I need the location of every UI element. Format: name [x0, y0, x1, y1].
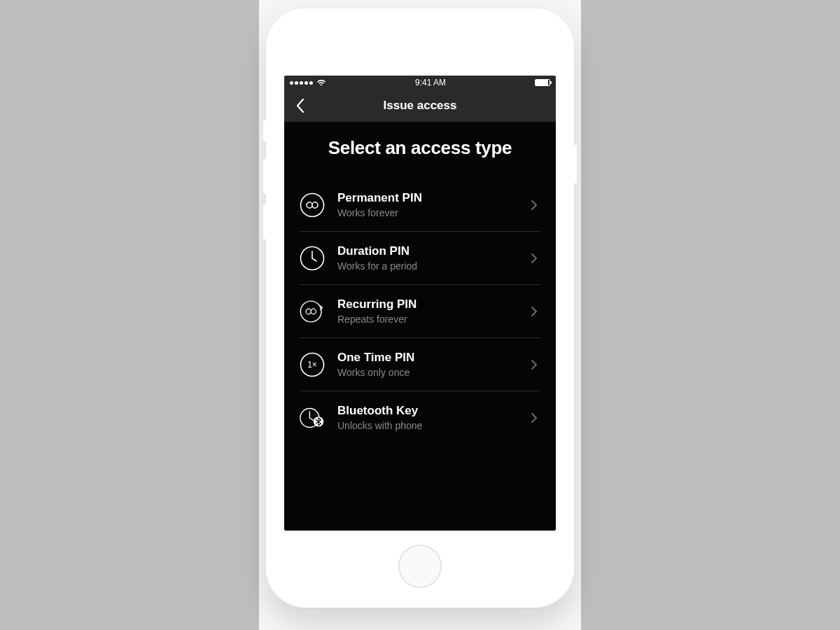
- option-title: One Time PIN: [337, 351, 515, 365]
- recurring-icon: [300, 299, 325, 324]
- option-subtitle: Repeats forever: [337, 314, 515, 325]
- status-bar: 9:41 AM: [284, 76, 556, 90]
- svg-line-3: [312, 258, 316, 261]
- svg-line-9: [309, 418, 313, 421]
- chevron-right-icon: [528, 358, 540, 371]
- status-left: [290, 79, 326, 86]
- nav-title: Issue access: [284, 99, 556, 113]
- phone-side-button: [263, 120, 267, 141]
- option-title: Recurring PIN: [337, 298, 515, 312]
- option-text: One Time PIN Works only once: [337, 351, 515, 378]
- wifi-icon: [316, 79, 326, 86]
- chevron-right-icon: [528, 199, 540, 211]
- page-background: 9:41 AM Issue access Select an access ty…: [259, 0, 581, 630]
- option-subtitle: Works only once: [337, 367, 515, 378]
- chevron-left-icon: [295, 98, 305, 113]
- svg-text:1×: 1×: [307, 360, 317, 370]
- phone-side-button: [573, 145, 577, 183]
- option-subtitle: Works for a period: [337, 260, 515, 272]
- option-text: Recurring PIN Repeats forever: [337, 298, 515, 325]
- phone-side-button: [263, 159, 267, 194]
- status-time: 9:41 AM: [415, 78, 446, 88]
- one-time-icon: 1×: [300, 352, 325, 377]
- phone-side-button: [263, 204, 267, 239]
- option-bluetooth-key[interactable]: Bluetooth Key Unlocks with phone: [300, 391, 540, 444]
- nav-bar: Issue access: [284, 90, 556, 122]
- content-area: Select an access type Permanent PIN Work…: [284, 122, 556, 531]
- chevron-right-icon: [528, 412, 540, 424]
- option-text: Duration PIN Works for a period: [337, 244, 515, 272]
- battery-icon: [535, 79, 550, 86]
- option-title: Duration PIN: [337, 244, 515, 258]
- option-text: Permanent PIN Works forever: [337, 191, 515, 218]
- option-recurring-pin[interactable]: Recurring PIN Repeats forever: [300, 285, 540, 338]
- option-permanent-pin[interactable]: Permanent PIN Works forever: [300, 178, 540, 232]
- phone-mockup: 9:41 AM Issue access Select an access ty…: [266, 8, 574, 608]
- option-title: Bluetooth Key: [337, 404, 515, 418]
- page-title: Select an access type: [300, 137, 540, 159]
- home-button[interactable]: [398, 545, 442, 588]
- option-one-time-pin[interactable]: 1× One Time PIN Works only once: [300, 338, 540, 391]
- chevron-right-icon: [528, 252, 540, 265]
- clock-icon: [300, 246, 325, 271]
- infinity-icon: [300, 192, 325, 218]
- option-duration-pin[interactable]: Duration PIN Works for a period: [300, 232, 540, 285]
- chevron-right-icon: [528, 305, 540, 318]
- option-subtitle: Works forever: [337, 207, 515, 218]
- option-text: Bluetooth Key Unlocks with phone: [337, 404, 515, 431]
- bluetooth-key-icon: [300, 405, 325, 430]
- signal-dots-icon: [290, 81, 313, 85]
- phone-screen: 9:41 AM Issue access Select an access ty…: [284, 76, 556, 531]
- option-title: Permanent PIN: [337, 191, 515, 205]
- back-button[interactable]: [291, 97, 309, 115]
- option-subtitle: Unlocks with phone: [337, 420, 515, 431]
